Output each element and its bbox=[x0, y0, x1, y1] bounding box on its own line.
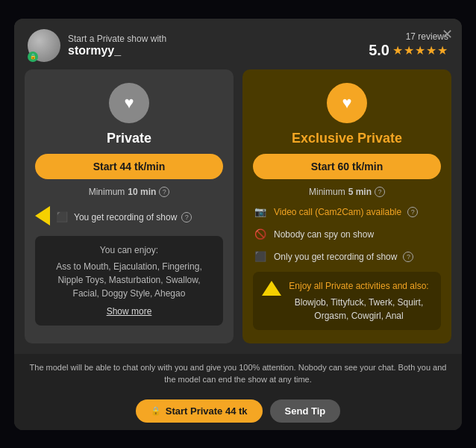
exclusive-spy-row: 🚫 Nobody can spy on show bbox=[253, 227, 441, 242]
modal: 🔒 Start a Private show with stormyy_ 17 … bbox=[14, 19, 462, 430]
avatar: 🔒 bbox=[28, 29, 60, 62]
header-right: 17 reviews 5.0 ★★★★★ bbox=[369, 31, 448, 59]
exclusive-enjoy-label: Enjoy all Private activities and also: bbox=[286, 279, 432, 293]
exclusive-min-text: Minimum 5 min ? bbox=[309, 187, 385, 197]
exclusive-recording-text: Only you get recording of show bbox=[274, 252, 397, 262]
header-text: Start a Private show with stormyy_ bbox=[68, 34, 166, 57]
recording-help-icon[interactable]: ? bbox=[181, 212, 192, 223]
footer-notice-text: The model will be able to chat only with… bbox=[30, 363, 447, 385]
exclusive-recording-row: ⬛ Only you get recording of show ? bbox=[253, 249, 441, 264]
footer-start-label: Start Private 44 tk bbox=[166, 405, 248, 417]
private-start-button[interactable]: Start 44 tk/min bbox=[35, 154, 223, 179]
exclusive-heart-icon: ♥ bbox=[342, 93, 351, 113]
arrow-up-indicator bbox=[262, 281, 281, 296]
lock-icon: 🔒 bbox=[28, 52, 38, 62]
private-icon: ♥ bbox=[109, 83, 149, 123]
exclusive-enjoy-inner: Enjoy all Private activities and also: B… bbox=[262, 279, 432, 323]
private-enjoy-label: You can enjoy: bbox=[44, 243, 214, 257]
exclusive-recording-icon: ⬛ bbox=[253, 249, 268, 264]
exclusive-icon: ♥ bbox=[327, 83, 367, 123]
private-plan-name: Private bbox=[107, 131, 151, 146]
modal-footer-notice: The model will be able to chat only with… bbox=[14, 354, 462, 393]
cam-help-icon[interactable]: ? bbox=[407, 207, 418, 217]
exclusive-min-label: Minimum bbox=[309, 187, 345, 197]
modal-body: ♥ Private Start 44 tk/min Minimum 10 min… bbox=[14, 69, 462, 354]
arrow-left-icon bbox=[35, 206, 50, 225]
footer-tip-label: Send Tip bbox=[285, 405, 326, 417]
header-subtitle: Start a Private show with bbox=[68, 34, 166, 44]
rating-row: 5.0 ★★★★★ bbox=[369, 42, 448, 59]
exclusive-enjoy-box: Enjoy all Private activities and also: B… bbox=[253, 272, 441, 330]
exclusive-recording-help-icon[interactable]: ? bbox=[403, 252, 413, 262]
exclusive-min-value: 5 min bbox=[348, 187, 372, 197]
private-min-text: Minimum 10 min ? bbox=[89, 187, 170, 197]
overlay: 🔒 Start a Private show with stormyy_ 17 … bbox=[0, 0, 476, 448]
lock-icon-footer: 🔒 bbox=[151, 406, 161, 416]
private-plan-card: ♥ Private Start 44 tk/min Minimum 10 min… bbox=[25, 69, 234, 343]
recording-icon: ⬛ bbox=[54, 210, 69, 225]
left-arrow-indicator bbox=[35, 206, 50, 228]
header-left: 🔒 Start a Private show with stormyy_ bbox=[28, 29, 166, 62]
reviews-count: 17 reviews bbox=[369, 31, 448, 42]
private-min-help-icon[interactable]: ? bbox=[159, 187, 169, 197]
private-min-value: 10 min bbox=[128, 187, 156, 197]
modal-header: 🔒 Start a Private show with stormyy_ 17 … bbox=[14, 19, 462, 69]
footer-tip-button[interactable]: Send Tip bbox=[270, 399, 341, 423]
exclusive-cam-row: 📷 Video call (Cam2Cam) available ? bbox=[253, 205, 441, 220]
private-heart-icon: ♥ bbox=[124, 93, 134, 113]
exclusive-plan-card: ♥ Exclusive Private Start 60 tk/min Mini… bbox=[242, 69, 451, 343]
show-more-link[interactable]: Show more bbox=[107, 306, 152, 317]
footer-start-button[interactable]: 🔒 Start Private 44 tk bbox=[136, 399, 263, 423]
private-enjoy-content: Ass to Mouth, Ejaculation, Fingering, Ni… bbox=[44, 260, 214, 300]
private-enjoy-box: You can enjoy: Ass to Mouth, Ejaculation… bbox=[35, 236, 223, 326]
spy-icon: 🚫 bbox=[253, 227, 268, 242]
private-min-label: Minimum bbox=[89, 187, 125, 197]
private-recording-text: You get recording of show bbox=[74, 212, 177, 223]
private-recording-row: ⬛ You get recording of show ? bbox=[35, 206, 223, 228]
header-username: stormyy_ bbox=[68, 44, 166, 57]
exclusive-start-button[interactable]: Start 60 tk/min bbox=[253, 154, 441, 179]
exclusive-cam-text: Video call (Cam2Cam) available bbox=[274, 207, 401, 217]
exclusive-enjoy-content: Blowjob, Tittyfuck, Twerk, Squirt, Orgas… bbox=[286, 296, 432, 323]
footer-actions: 🔒 Start Private 44 tk Send Tip bbox=[14, 393, 462, 430]
exclusive-plan-name: Exclusive Private bbox=[292, 131, 402, 146]
rating-number: 5.0 bbox=[369, 42, 389, 59]
exclusive-spy-text: Nobody can spy on show bbox=[274, 229, 374, 240]
cam-icon: 📷 bbox=[253, 205, 268, 220]
close-button[interactable]: ✕ bbox=[442, 28, 453, 41]
exclusive-min-help-icon[interactable]: ? bbox=[375, 187, 385, 197]
stars: ★★★★★ bbox=[392, 43, 448, 57]
